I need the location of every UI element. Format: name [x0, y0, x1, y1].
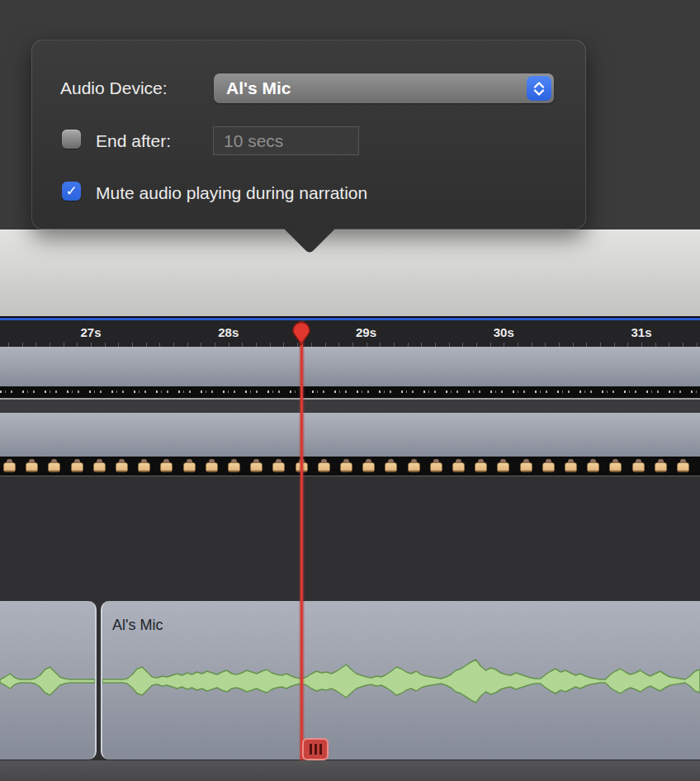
film-strip	[0, 386, 700, 398]
face-thumbnail-icon	[520, 459, 532, 472]
face-thumbnail-icon	[587, 459, 599, 472]
audio-device-select[interactable]: Al's Mic	[214, 73, 554, 103]
face-thumbnail-icon	[430, 459, 442, 472]
face-thumbnail-icon	[160, 459, 173, 472]
playhead-handle[interactable]	[302, 738, 329, 760]
track-gap	[0, 400, 700, 413]
mute-label: Mute audio playing during narration	[96, 183, 367, 203]
face-thumbnail-icon	[272, 459, 285, 472]
audio-clip-left[interactable]	[0, 601, 97, 760]
face-thumbnail-icon	[542, 459, 555, 472]
mute-checkbox[interactable]: ✓	[62, 182, 81, 201]
ruler-label: 29s	[356, 325, 376, 339]
waveform-left	[0, 601, 95, 758]
face-thumbnail-icon	[206, 459, 218, 472]
face-thumbnail-icon	[71, 459, 83, 472]
face-thumbnail-icon	[677, 459, 689, 472]
ruler-label: 27s	[80, 325, 101, 339]
transport-toolbar: 00:00:28 16	[0, 230, 700, 316]
face-thumbnail-icon	[609, 459, 622, 472]
waveform-main	[102, 601, 700, 758]
audio-device-value: Al's Mic	[214, 78, 291, 98]
face-thumbnail-icon	[48, 459, 60, 472]
face-thumbnail-icon	[26, 459, 38, 472]
face-thumbnail-icon	[3, 459, 16, 472]
face-thumbnail-icon	[340, 459, 352, 472]
video-track-clip[interactable]	[0, 347, 700, 386]
face-thumbnail-icon	[318, 459, 330, 472]
playhead-line[interactable]	[300, 322, 303, 760]
narration-recording-window: Audio Device: Al's Mic End after: ✓ Mute…	[0, 0, 700, 781]
face-thumbnail-icon	[250, 459, 262, 472]
face-thumbnail-icon	[475, 459, 487, 472]
timeline-ruler[interactable]: 27s28s29s30s31s	[0, 320, 700, 347]
face-thumbnail-icon	[183, 459, 196, 472]
audio-clip-main[interactable]: Al's Mic	[101, 601, 700, 760]
face-thumbnail-icon	[632, 459, 645, 472]
narration-settings-popover: Audio Device: Al's Mic End after: ✓ Mute…	[31, 40, 586, 230]
audio-device-label: Audio Device:	[60, 78, 168, 98]
end-after-checkbox[interactable]	[62, 130, 81, 149]
video-track-clip-2[interactable]	[0, 413, 700, 457]
ruler-label: 31s	[631, 325, 651, 339]
updown-stepper-icon	[527, 76, 551, 101]
face-thumbnail-icon	[138, 459, 150, 472]
face-thumbnail-icon	[655, 459, 667, 472]
face-thumbnail-icon	[452, 459, 465, 472]
playhead-marker[interactable]	[291, 321, 311, 349]
end-after-input[interactable]	[213, 126, 359, 155]
ruler-label: 28s	[218, 325, 239, 339]
face-thumbnail-icon	[93, 459, 106, 472]
face-thumbnail-icon	[497, 459, 509, 472]
face-thumbnail-icon	[116, 459, 128, 472]
thumbnail-strip	[0, 457, 700, 476]
face-thumbnail-icon	[385, 459, 397, 472]
ruler-label: 30s	[494, 325, 514, 339]
popover-arrow	[283, 229, 336, 258]
face-thumbnail-icon	[228, 459, 240, 472]
end-after-label: End after:	[96, 131, 171, 151]
checkmark-icon: ✓	[65, 182, 77, 200]
timeline-bottom-bar	[0, 760, 700, 781]
face-thumbnail-icon	[565, 459, 577, 472]
face-thumbnail-icon	[362, 459, 375, 472]
face-thumbnail-icon	[408, 459, 420, 472]
